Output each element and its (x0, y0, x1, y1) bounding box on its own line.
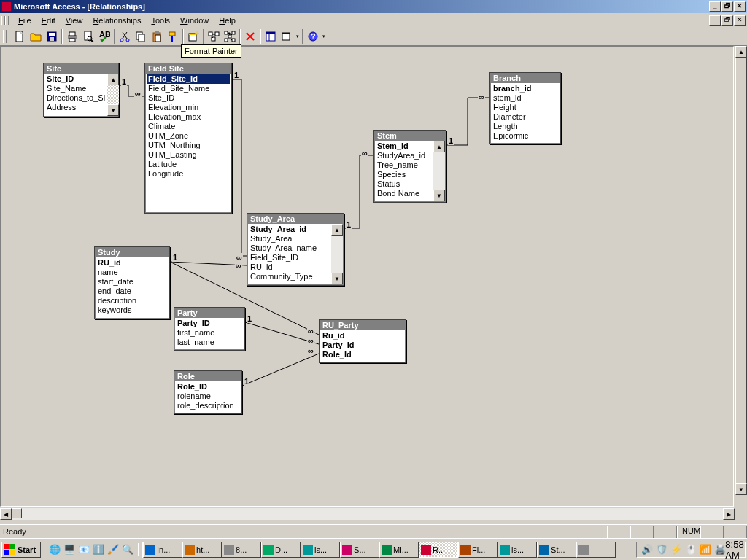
field-item[interactable]: Bond Name (376, 189, 433, 198)
new-button[interactable] (12, 28, 28, 44)
vertical-scrollbar[interactable]: ▲ ▼ (735, 46, 747, 507)
taskbar-task[interactable]: ht... (182, 542, 222, 558)
table-ru_party[interactable]: RU_PartyRu_idParty_idRole_Id (319, 319, 406, 363)
table-title[interactable]: Stem (374, 131, 446, 141)
print-preview-button[interactable] (80, 28, 96, 44)
restore-button[interactable]: 🗗 (721, 1, 733, 12)
table-role[interactable]: RoleRole_IDrolenamerole_description (174, 370, 242, 414)
field-list[interactable]: Ru_idParty_idRole_Id (320, 330, 405, 362)
tray-icon[interactable]: 🖨️ (713, 543, 727, 556)
field-item[interactable]: Site_ID (147, 93, 230, 103)
field-item[interactable]: Species (376, 170, 433, 179)
field-item[interactable]: Role_ID (176, 382, 240, 392)
taskbar-task[interactable]: 8... (222, 542, 261, 558)
mdi-minimize-button[interactable]: _ (709, 15, 721, 26)
menu-window[interactable]: Window (175, 15, 214, 26)
list-scrollbar[interactable]: ▲▼ (433, 141, 445, 201)
desktop-icon[interactable]: 🖥️ (63, 543, 76, 556)
show-all-button[interactable] (222, 28, 238, 44)
field-list[interactable]: RU_idnamestart_dateend_datedescriptionke… (96, 257, 169, 318)
field-item[interactable]: Field_Site_ID (249, 253, 330, 262)
menu-view[interactable]: View (61, 15, 88, 26)
list-scrollbar[interactable]: ▲▼ (331, 224, 343, 284)
scroll-up-button[interactable]: ▲ (735, 46, 747, 58)
menu-relationships[interactable]: Relationships (88, 15, 146, 26)
print-button[interactable] (64, 28, 80, 44)
table-site[interactable]: SiteSite_IDSite_NameDirections_to_SiAddr… (43, 63, 119, 117)
scroll-up-button[interactable]: ▲ (331, 224, 343, 236)
horizontal-scrollbar[interactable]: ◀ ▶ (0, 508, 735, 520)
table-stem[interactable]: StemStem_idStudyArea_idTree_nameSpeciesS… (374, 130, 446, 203)
field-item[interactable]: Status (376, 179, 433, 189)
taskbar-task[interactable]: is... (498, 542, 537, 558)
new-object-button[interactable] (279, 28, 295, 44)
toolbar-grip[interactable] (1, 28, 9, 44)
ie-icon[interactable]: 🌐 (48, 543, 61, 556)
help-button[interactable]: ? (305, 28, 321, 44)
field-item[interactable]: Elevation_min (147, 103, 230, 112)
menu-file[interactable]: File (13, 15, 36, 26)
clear-layout-button[interactable] (242, 28, 258, 44)
table-study[interactable]: StudyRU_idnamestart_dateend_datedescript… (94, 246, 170, 319)
menu-tools[interactable]: Tools (146, 15, 175, 26)
field-item[interactable]: Party_ID (176, 319, 243, 328)
field-item[interactable]: Length (492, 122, 559, 131)
tray-icon[interactable]: 🖱️ (684, 543, 697, 556)
open-button[interactable] (28, 28, 44, 44)
list-scrollbar[interactable]: ▲▼ (107, 74, 119, 116)
database-window-button[interactable] (263, 28, 279, 44)
table-study_area[interactable]: Study_AreaStudy_Area_idStudy_AreaStudy_A… (247, 213, 344, 286)
field-item[interactable]: Field_Site_Name (147, 84, 230, 93)
paste-button[interactable] (149, 28, 165, 44)
field-list[interactable]: Field_Site_IdField_Site_NameSite_IDEleva… (146, 74, 231, 212)
table-title[interactable]: Party (174, 308, 244, 318)
save-button[interactable] (44, 28, 60, 44)
field-item[interactable]: name (96, 268, 168, 277)
table-party[interactable]: PartyParty_IDfirst_namelast_name (174, 307, 245, 351)
scroll-left-button[interactable]: ◀ (0, 508, 12, 520)
table-title[interactable]: RU_Party (320, 320, 406, 330)
field-item[interactable]: role_description (176, 401, 240, 411)
field-item[interactable]: first_name (176, 328, 243, 338)
menu-edit[interactable]: Edit (36, 15, 61, 26)
scroll-up-button[interactable]: ▲ (433, 141, 445, 152)
field-list[interactable]: Site_IDSite_NameDirections_to_SiAddress (44, 74, 107, 116)
info-icon[interactable]: ℹ️ (92, 543, 105, 556)
taskbar-task[interactable]: In... (143, 542, 182, 558)
table-branch[interactable]: Branchbranch_idstem_idHeightDiameterLeng… (489, 72, 561, 144)
field-item[interactable]: Field_Site_Id (147, 74, 230, 84)
new-object-dropdown[interactable] (295, 28, 301, 44)
field-list[interactable]: Study_Area_idStudy_AreaStudy_Area_nameFi… (248, 224, 331, 284)
field-item[interactable]: RU_id (96, 258, 168, 268)
field-item[interactable]: last_name (176, 338, 243, 347)
tray-icon[interactable]: ⚡ (670, 543, 683, 556)
table-title[interactable]: Site (44, 63, 118, 74)
cut-button[interactable] (117, 28, 133, 44)
table-title[interactable]: Branch (490, 73, 560, 83)
outlook-icon[interactable]: 📧 (77, 543, 90, 556)
close-button[interactable]: ✕ (734, 1, 746, 12)
field-item[interactable]: Study_Area_name (249, 244, 330, 253)
field-item[interactable]: Longitude (147, 169, 230, 179)
mdi-close-button[interactable]: ✕ (734, 15, 746, 26)
field-item[interactable]: UTM_Northing (147, 141, 230, 150)
taskbar-task[interactable]: Mi... (379, 542, 419, 558)
field-item[interactable]: Diameter (492, 112, 559, 122)
taskbar-task[interactable]: D... (261, 542, 301, 558)
tray-icon[interactable]: 📶 (699, 543, 712, 556)
field-item[interactable]: stem_id (492, 93, 559, 103)
scroll-down-button[interactable]: ▼ (735, 483, 747, 495)
taskbar-task[interactable]: St... (537, 542, 576, 558)
format-painter-button[interactable] (165, 28, 181, 44)
field-item[interactable]: Address (45, 103, 107, 112)
field-item[interactable]: end_date (96, 287, 168, 296)
field-item[interactable]: Party_id (321, 341, 404, 350)
scroll-down-button[interactable]: ▼ (433, 190, 445, 201)
help-dropdown[interactable] (321, 28, 327, 44)
scroll-right-button[interactable]: ▶ (723, 508, 735, 520)
field-item[interactable]: Climate (147, 122, 230, 131)
field-item[interactable]: Stem_id (376, 141, 433, 151)
field-item[interactable]: Tree_name (376, 160, 433, 170)
field-item[interactable]: UTM_Easting (147, 150, 230, 160)
field-item[interactable]: StudyArea_id (376, 151, 433, 160)
